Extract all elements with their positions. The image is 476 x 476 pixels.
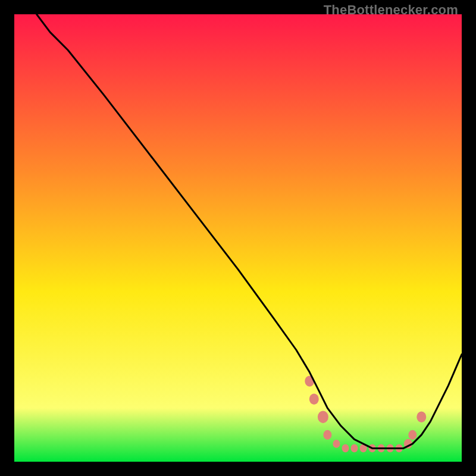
gradient-background	[14, 14, 462, 462]
data-marker	[323, 430, 331, 440]
watermark-text: TheBottlenecker.com	[324, 2, 458, 18]
chart-frame	[14, 14, 462, 462]
data-marker	[416, 412, 426, 422]
data-marker	[318, 411, 328, 423]
data-marker	[309, 394, 319, 405]
chart-svg	[14, 14, 462, 462]
data-marker	[351, 444, 358, 453]
data-marker	[342, 444, 349, 453]
data-marker	[408, 430, 416, 440]
data-marker	[333, 440, 340, 448]
